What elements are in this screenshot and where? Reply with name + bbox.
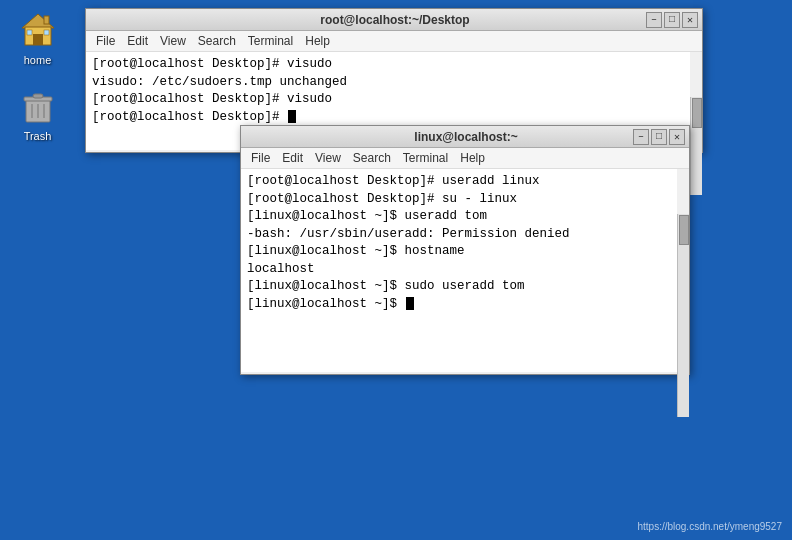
svg-rect-4 [27, 30, 32, 35]
desktop-icons-area: home Trash [0, 0, 75, 540]
watermark: https://blog.csdn.net/ymeng9527 [637, 521, 782, 532]
root-menu-file[interactable]: File [92, 33, 119, 49]
root-line-1: [root@localhost Desktop]# visudo [92, 56, 684, 74]
root-cursor [288, 110, 296, 123]
linux-scrollbar-thumb[interactable] [679, 215, 689, 245]
linux-line-8: [linux@localhost ~]$ [247, 296, 671, 314]
linux-maximize-button[interactable]: □ [651, 129, 667, 145]
linux-menu-edit[interactable]: Edit [278, 150, 307, 166]
svg-rect-1 [44, 16, 49, 24]
linux-scrollbar[interactable] [677, 214, 689, 417]
root-terminal-menubar: File Edit View Search Terminal Help [86, 31, 702, 52]
root-maximize-button[interactable]: □ [664, 12, 680, 28]
linux-line-4: -bash: /usr/sbin/useradd: Permission den… [247, 226, 671, 244]
root-menu-search[interactable]: Search [194, 33, 240, 49]
root-close-button[interactable]: ✕ [682, 12, 698, 28]
trash-icon[interactable]: Trash [8, 86, 68, 142]
linux-minimize-button[interactable]: – [633, 129, 649, 145]
root-line-3: [root@localhost Desktop]# visudo [92, 91, 684, 109]
root-menu-help[interactable]: Help [301, 33, 334, 49]
root-menu-edit[interactable]: Edit [123, 33, 152, 49]
trash-icon-svg [18, 86, 58, 126]
root-menu-terminal[interactable]: Terminal [244, 33, 297, 49]
linux-menu-help[interactable]: Help [456, 150, 489, 166]
svg-rect-5 [44, 30, 49, 35]
linux-line-1: [root@localhost Desktop]# useradd linux [247, 173, 671, 191]
linux-menu-view[interactable]: View [311, 150, 345, 166]
linux-terminal-title: linux@localhost:~ [299, 130, 633, 144]
linux-menu-file[interactable]: File [247, 150, 274, 166]
linux-menu-search[interactable]: Search [349, 150, 395, 166]
linux-line-5: [linux@localhost ~]$ hostname [247, 243, 671, 261]
linux-terminal-body[interactable]: [root@localhost Desktop]# useradd linux … [241, 169, 677, 372]
linux-cursor [406, 297, 414, 310]
linux-line-6: localhost [247, 261, 671, 279]
root-line-4: [root@localhost Desktop]# [92, 109, 684, 127]
linux-close-button[interactable]: ✕ [669, 129, 685, 145]
linux-line-2: [root@localhost Desktop]# su - linux [247, 191, 671, 209]
linux-line-3: [linux@localhost ~]$ useradd tom [247, 208, 671, 226]
linux-menu-terminal[interactable]: Terminal [399, 150, 452, 166]
linux-line-7: [linux@localhost ~]$ sudo useradd tom [247, 278, 671, 296]
home-icon-svg [18, 10, 58, 50]
root-terminal-titlebar-buttons: – □ ✕ [646, 12, 698, 28]
root-scrollbar[interactable] [690, 97, 702, 195]
root-line-2: visudo: /etc/sudoers.tmp unchanged [92, 74, 684, 92]
svg-rect-3 [33, 34, 43, 45]
linux-terminal-menubar: File Edit View Search Terminal Help [241, 148, 689, 169]
home-icon[interactable]: home [8, 10, 68, 66]
linux-terminal-window: linux@localhost:~ – □ ✕ File Edit View S… [240, 125, 690, 375]
svg-rect-11 [33, 94, 43, 98]
trash-label: Trash [24, 130, 52, 142]
home-label: home [24, 54, 52, 66]
linux-terminal-titlebar-buttons: – □ ✕ [633, 129, 685, 145]
root-menu-view[interactable]: View [156, 33, 190, 49]
root-scrollbar-thumb[interactable] [692, 98, 702, 128]
root-terminal-titlebar: root@localhost:~/Desktop – □ ✕ [86, 9, 702, 31]
root-terminal-title: root@localhost:~/Desktop [144, 13, 646, 27]
linux-terminal-titlebar: linux@localhost:~ – □ ✕ [241, 126, 689, 148]
root-minimize-button[interactable]: – [646, 12, 662, 28]
